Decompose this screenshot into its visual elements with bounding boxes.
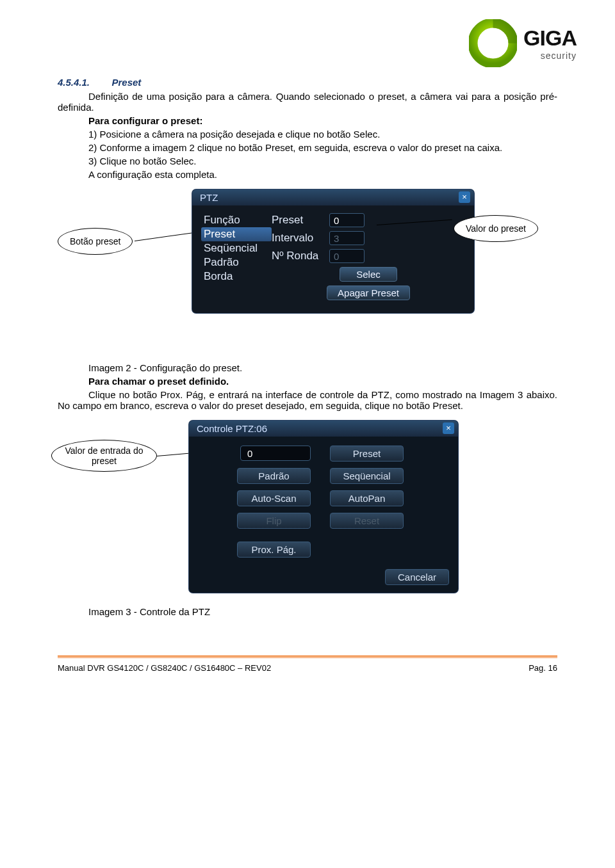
logo-brand-text: GIGA xyxy=(523,26,577,51)
padrao-button[interactable]: Padrão xyxy=(237,468,311,484)
reset-button[interactable]: Reset xyxy=(330,513,404,529)
logo-sub-text: security xyxy=(523,51,577,61)
dialog-title-bar: Controle PTZ:06 × xyxy=(189,421,458,437)
footer-divider xyxy=(58,655,557,658)
cancelar-button[interactable]: Cancelar xyxy=(385,569,449,585)
function-list: Função Preset Seqüencial Padrão Borda xyxy=(201,213,272,300)
step: A configuração esta completa. xyxy=(88,169,557,180)
field-label: Intervalo xyxy=(272,232,329,245)
preset-button[interactable]: Preset xyxy=(330,446,404,462)
step: 2) Conforme a imagem 2 clique no botão P… xyxy=(58,142,557,153)
callout-line1: Valor de entrada do xyxy=(57,446,151,456)
caption: Imagem 2 - Configuração do preset. xyxy=(88,362,557,373)
ptz-control-dialog: Controle PTZ:06 × Preset Padrão Seqüenci… xyxy=(189,421,458,593)
autoscan-button[interactable]: Auto-Scan xyxy=(237,490,311,506)
apagar-preset-button[interactable]: Apagar Preset xyxy=(327,285,410,300)
dialog-title: Controle PTZ:06 xyxy=(197,423,267,434)
list-item[interactable]: Padrão xyxy=(201,255,272,269)
paragraph-bold: Para configurar o preset: xyxy=(88,115,557,126)
preset-input[interactable] xyxy=(329,213,365,227)
field-label: Nº Ronda xyxy=(272,250,329,262)
list-item[interactable]: Função xyxy=(201,213,272,227)
ronda-input[interactable] xyxy=(329,249,365,263)
callout-valor-preset: Valor do preset xyxy=(454,215,538,242)
logo-ring-icon xyxy=(469,19,517,67)
intervalo-input[interactable] xyxy=(329,231,365,245)
callout-line2: preset xyxy=(57,456,151,466)
step: 1) Posicione a câmera na posição desejad… xyxy=(88,129,557,140)
page-footer: Manual DVR GS4120C / GS8240C / GS16480C … xyxy=(58,663,557,673)
dialog-title-bar: PTZ × xyxy=(192,189,474,205)
list-item[interactable]: Seqüencial xyxy=(201,241,272,255)
dialog-title: PTZ xyxy=(200,192,218,203)
autopan-button[interactable]: AutoPan xyxy=(330,490,404,506)
flip-button[interactable]: Flip xyxy=(237,513,311,529)
selec-button[interactable]: Selec xyxy=(340,267,397,282)
close-icon[interactable]: × xyxy=(459,191,470,203)
list-item[interactable]: Borda xyxy=(201,269,272,284)
paragraph: Definição de uma posição para a câmera. … xyxy=(58,91,557,113)
section-number: 4.5.4.1. xyxy=(58,77,90,88)
paragraph: Clique no botão Prox. Pág, e entrará na … xyxy=(58,389,557,411)
step: 3) Clique no botão Selec. xyxy=(88,156,557,166)
ptz-dialog: PTZ × Função Preset Seqüencial Padrão Bo… xyxy=(192,189,474,313)
field-label: Preset xyxy=(272,214,329,227)
preset-value-input[interactable] xyxy=(240,446,311,461)
list-item-selected[interactable]: Preset xyxy=(201,227,272,241)
footer-right: Pag. 16 xyxy=(529,663,557,673)
close-icon[interactable]: × xyxy=(443,422,454,434)
callout-botao-preset: Botão preset xyxy=(58,228,133,255)
section-title: Preset xyxy=(112,77,142,88)
paragraph-bold: Para chamar o preset definido. xyxy=(88,376,557,387)
brand-logo: GIGA security xyxy=(469,19,577,67)
caption: Imagem 3 - Controle da PTZ xyxy=(88,606,557,617)
sequencial-button[interactable]: Seqüencial xyxy=(330,468,404,484)
proxpag-button[interactable]: Prox. Pág. xyxy=(237,542,311,558)
callout-valor-entrada: Valor de entrada do preset xyxy=(51,440,157,472)
footer-left: Manual DVR GS4120C / GS8240C / GS16480C … xyxy=(58,663,271,673)
